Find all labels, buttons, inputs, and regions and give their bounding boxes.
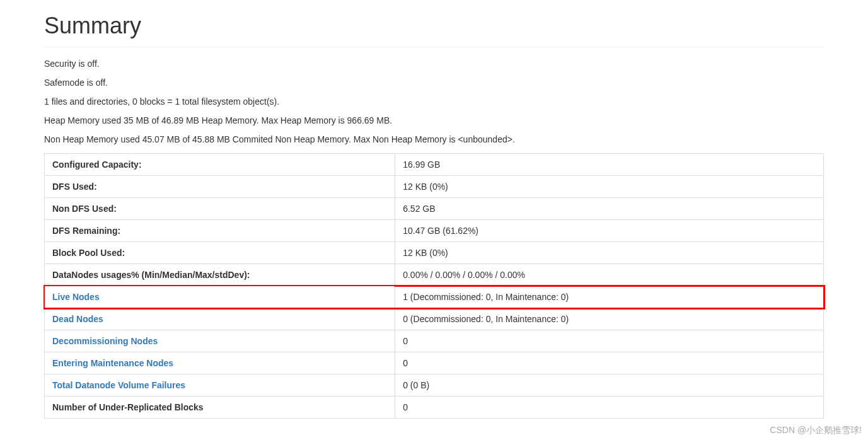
label-non-dfs-used: Non DFS Used: xyxy=(45,198,395,220)
page-title: Summary xyxy=(44,13,824,39)
row-block-pool-used: Block Pool Used: 12 KB (0%) xyxy=(45,242,824,264)
link-entering-maintenance-nodes[interactable]: Entering Maintenance Nodes xyxy=(52,358,173,368)
value-under-replicated-blocks: 0 xyxy=(395,397,824,419)
label-under-replicated-blocks: Number of Under-Replicated Blocks xyxy=(45,397,395,419)
value-datanodes-usages: 0.00% / 0.00% / 0.00% / 0.00% xyxy=(395,264,824,286)
label-dfs-used: DFS Used: xyxy=(45,176,395,198)
row-dead-nodes: Dead Nodes 0 (Decommissioned: 0, In Main… xyxy=(45,308,824,330)
link-dead-nodes[interactable]: Dead Nodes xyxy=(52,314,103,324)
row-entering-maintenance-nodes: Entering Maintenance Nodes 0 xyxy=(45,352,824,374)
filesystem-status: 1 files and directories, 0 blocks = 1 to… xyxy=(44,96,824,107)
value-dfs-remaining: 10.47 GB (61.62%) xyxy=(395,220,824,242)
row-dfs-remaining: DFS Remaining: 10.47 GB (61.62%) xyxy=(45,220,824,242)
value-total-volume-failures: 0 (0 B) xyxy=(395,374,824,397)
row-datanodes-usages: DataNodes usages% (Min/Median/Max/stdDev… xyxy=(45,264,824,286)
label-configured-capacity: Configured Capacity: xyxy=(45,154,395,176)
row-configured-capacity: Configured Capacity: 16.99 GB xyxy=(45,154,824,176)
heap-memory-status: Heap Memory used 35 MB of 46.89 MB Heap … xyxy=(44,115,824,125)
summary-table: Configured Capacity: 16.99 GB DFS Used: … xyxy=(44,153,824,419)
nonheap-memory-status: Non Heap Memory used 45.07 MB of 45.88 M… xyxy=(44,134,824,144)
row-decommissioning-nodes: Decommissioning Nodes 0 xyxy=(45,330,824,352)
value-non-dfs-used: 6.52 GB xyxy=(395,198,824,220)
value-block-pool-used: 12 KB (0%) xyxy=(395,242,824,264)
security-status: Security is off. xyxy=(44,59,824,69)
value-configured-capacity: 16.99 GB xyxy=(395,154,824,176)
link-decommissioning-nodes[interactable]: Decommissioning Nodes xyxy=(52,336,158,346)
link-total-volume-failures[interactable]: Total Datanode Volume Failures xyxy=(52,380,185,390)
value-entering-maintenance-nodes: 0 xyxy=(395,352,824,374)
label-dfs-remaining: DFS Remaining: xyxy=(45,220,395,242)
value-dead-nodes: 0 (Decommissioned: 0, In Maintenance: 0) xyxy=(395,308,824,330)
value-decommissioning-nodes: 0 xyxy=(395,330,824,352)
value-live-nodes: 1 (Decommissioned: 0, In Maintenance: 0) xyxy=(395,286,824,308)
heading-divider xyxy=(44,47,824,47)
label-datanodes-usages: DataNodes usages% (Min/Median/Max/stdDev… xyxy=(45,264,395,286)
row-total-volume-failures: Total Datanode Volume Failures 0 (0 B) xyxy=(45,374,824,397)
link-live-nodes[interactable]: Live Nodes xyxy=(52,292,100,302)
row-under-replicated-blocks: Number of Under-Replicated Blocks 0 xyxy=(45,397,824,419)
safemode-status: Safemode is off. xyxy=(44,78,824,88)
value-dfs-used: 12 KB (0%) xyxy=(395,176,824,198)
status-section: Security is off. Safemode is off. 1 file… xyxy=(44,59,824,144)
row-live-nodes: Live Nodes 1 (Decommissioned: 0, In Main… xyxy=(45,286,824,308)
row-non-dfs-used: Non DFS Used: 6.52 GB xyxy=(45,198,824,220)
label-block-pool-used: Block Pool Used: xyxy=(45,242,395,264)
row-dfs-used: DFS Used: 12 KB (0%) xyxy=(45,176,824,198)
